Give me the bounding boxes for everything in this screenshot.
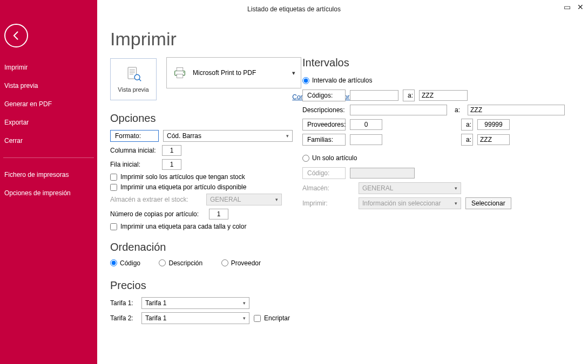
descripciones-label: Descripciones: bbox=[302, 106, 346, 114]
chk-talla-color-box[interactable] bbox=[110, 223, 117, 230]
familias-a-label: a: bbox=[461, 134, 473, 146]
chk-stock-label: Imprimir solo los artículos que tengan s… bbox=[120, 173, 245, 181]
vista-previa-label: Vista previa bbox=[118, 86, 148, 93]
tarifa2-label: Tarifa 2: bbox=[110, 314, 137, 322]
vista-previa-button[interactable]: Vista previa bbox=[110, 58, 157, 100]
radio-intervalo-articulos[interactable]: Intervalo de artículos bbox=[302, 77, 549, 84]
radio-proveedor[interactable]: Proveedor bbox=[221, 259, 261, 267]
sidebar-item-exportar[interactable]: Exportar bbox=[0, 113, 97, 132]
radio-un-solo-articulo-input[interactable] bbox=[302, 155, 309, 162]
imprimir-select-right: Información sin seleccionar▾ bbox=[359, 197, 461, 209]
sidebar-item-cerrar[interactable]: Cerrar bbox=[0, 132, 97, 150]
chk-talla-color-label: Imprimir una etiqueta para cada talla y … bbox=[120, 223, 246, 230]
chk-stock-box[interactable] bbox=[110, 174, 117, 181]
tarifa2-select[interactable]: Tarifa 1▾ bbox=[141, 312, 249, 324]
codigo-single-label: Código: bbox=[302, 167, 346, 179]
tarifa1-select[interactable]: Tarifa 1▾ bbox=[141, 297, 249, 309]
proveedores-to-input[interactable] bbox=[477, 119, 510, 130]
sidebar-item-vista-previa[interactable]: Vista previa bbox=[0, 77, 97, 95]
proveedores-label: Proveedores: bbox=[302, 119, 346, 131]
radio-codigo-input[interactable] bbox=[110, 259, 117, 266]
radio-intervalo-articulos-input[interactable] bbox=[302, 77, 309, 84]
chevron-down-icon: ▾ bbox=[243, 315, 246, 321]
chk-etiqueta-disp-box[interactable] bbox=[110, 184, 117, 191]
radio-descripcion[interactable]: Descripción bbox=[159, 259, 202, 267]
printer-name: Microsoft Print to PDF bbox=[193, 69, 256, 77]
codigo-single-input bbox=[350, 168, 415, 178]
sidebar-separator bbox=[3, 157, 94, 158]
minimize-icon[interactable]: ▭ bbox=[564, 3, 571, 11]
tarifa1-label: Tarifa 1: bbox=[110, 299, 137, 307]
radio-codigo-label: Código bbox=[120, 259, 140, 267]
codigos-a-label: a: bbox=[403, 90, 415, 101]
intervalos-heading: Intervalos bbox=[302, 57, 565, 69]
sidebar-item-generar-pdf[interactable]: Generar en PDF bbox=[0, 95, 97, 113]
copias-label: Número de copias por artículo: bbox=[110, 210, 205, 218]
seleccionar-button[interactable]: Seleccionar bbox=[465, 197, 511, 209]
close-icon[interactable]: ✕ bbox=[577, 3, 584, 11]
familias-label: Familias: bbox=[302, 134, 346, 146]
descripciones-a-label: a: bbox=[451, 106, 463, 114]
svg-rect-4 bbox=[177, 74, 183, 78]
svg-rect-3 bbox=[177, 68, 183, 71]
descripciones-to-input[interactable] bbox=[468, 105, 565, 115]
chk-encriptar[interactable]: Encriptar bbox=[254, 314, 290, 322]
formato-value: Cód. Barras bbox=[167, 132, 201, 140]
columna-inicial-input[interactable] bbox=[162, 145, 181, 156]
ordenacion-heading: Ordenación bbox=[110, 241, 575, 253]
printer-selector[interactable]: Microsoft Print to PDF ▾ bbox=[166, 57, 301, 88]
almacen-extraer-value: GENERAL bbox=[210, 196, 241, 203]
codigos-to-input[interactable] bbox=[419, 90, 468, 101]
page-preview-icon bbox=[124, 66, 143, 84]
chevron-down-icon: ▾ bbox=[275, 197, 278, 202]
chevron-down-icon: ▾ bbox=[243, 300, 246, 306]
sidebar-item-opciones-impresion[interactable]: Opciones de impresión bbox=[0, 184, 97, 202]
fila-inicial-label: Fila inicial: bbox=[110, 161, 158, 168]
tarifa1-value: Tarifa 1 bbox=[145, 299, 166, 307]
radio-codigo[interactable]: Código bbox=[110, 259, 140, 267]
radio-intervalo-articulos-label: Intervalo de artículos bbox=[312, 77, 372, 84]
chk-encriptar-box[interactable] bbox=[254, 315, 261, 322]
almacen-select-right: GENERAL▾ bbox=[359, 182, 461, 194]
sidebar-item-imprimir[interactable]: Imprimir bbox=[0, 58, 97, 77]
codigos-label: Códigos: bbox=[302, 90, 346, 101]
almacen-extraer-label: Almacén a extraer el stock: bbox=[110, 196, 202, 203]
copias-input[interactable] bbox=[209, 209, 228, 219]
chk-encriptar-label: Encriptar bbox=[264, 314, 290, 322]
sidebar-item-fichero-impresoras[interactable]: Fichero de impresoras bbox=[0, 166, 97, 184]
svg-point-1 bbox=[134, 74, 140, 80]
chevron-down-icon: ▾ bbox=[455, 186, 457, 191]
radio-un-solo-articulo[interactable]: Un solo artículo bbox=[302, 154, 549, 162]
almacen-value-right: GENERAL bbox=[362, 184, 393, 192]
radio-un-solo-articulo-label: Un solo artículo bbox=[312, 154, 357, 162]
fila-inicial-input[interactable] bbox=[162, 159, 181, 170]
back-button[interactable] bbox=[4, 24, 28, 47]
chevron-down-icon: ▾ bbox=[455, 201, 457, 206]
familias-from-input[interactable] bbox=[350, 134, 382, 145]
descripciones-from-input[interactable] bbox=[350, 105, 447, 115]
chk-talla-color[interactable]: Imprimir una etiqueta para cada talla y … bbox=[110, 223, 575, 230]
almacen-label-right: Almacén: bbox=[302, 184, 354, 192]
chevron-down-icon: ▾ bbox=[286, 133, 289, 139]
radio-descripcion-label: Descripción bbox=[168, 259, 202, 267]
imprimir-label-right: Imprimir: bbox=[302, 200, 354, 207]
radio-descripcion-input[interactable] bbox=[159, 259, 166, 266]
chk-etiqueta-disp-label: Imprimir una etiqueta por artículo dispo… bbox=[120, 183, 246, 191]
arrow-left-icon bbox=[11, 30, 22, 41]
familias-to-input[interactable] bbox=[477, 134, 510, 145]
proveedores-from-input[interactable] bbox=[350, 119, 382, 130]
printer-icon bbox=[172, 65, 187, 80]
codigos-from-input[interactable] bbox=[350, 90, 398, 101]
formato-label: Formato: bbox=[110, 130, 159, 142]
sidebar: Imprimir Vista previa Generar en PDF Exp… bbox=[0, 0, 97, 364]
imprimir-value-right: Información sin seleccionar bbox=[362, 200, 441, 207]
proveedores-a-label: a: bbox=[461, 119, 473, 131]
svg-point-5 bbox=[183, 72, 184, 73]
columna-inicial-label: Columna inicial: bbox=[110, 147, 158, 154]
radio-proveedor-label: Proveedor bbox=[231, 259, 261, 267]
formato-select[interactable]: Cód. Barras▾ bbox=[163, 130, 293, 142]
radio-proveedor-input[interactable] bbox=[221, 259, 228, 266]
precios-heading: Precios bbox=[110, 279, 575, 292]
almacen-extraer-select: GENERAL▾ bbox=[206, 194, 282, 205]
tarifa2-value: Tarifa 1 bbox=[145, 314, 166, 322]
